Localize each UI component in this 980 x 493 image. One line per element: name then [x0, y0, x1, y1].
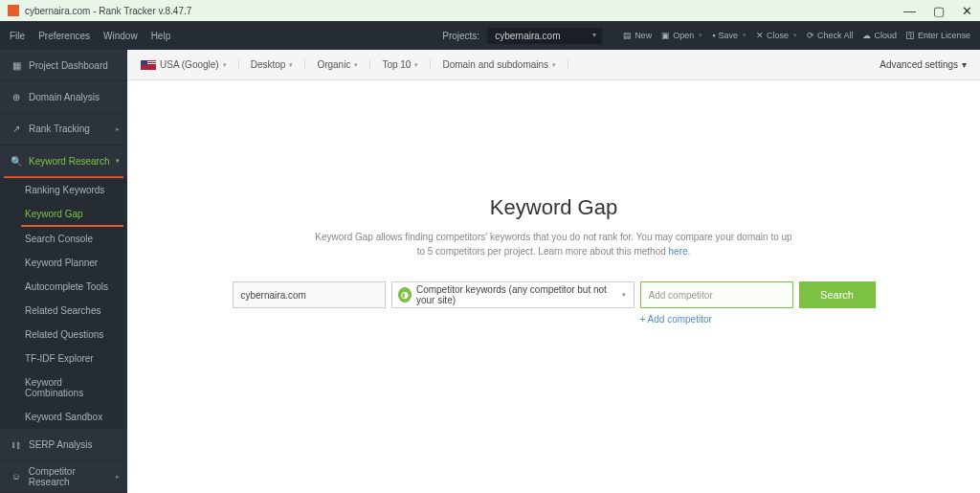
your-site-input[interactable]: cybernaira.com — [233, 281, 386, 308]
chevron-down-icon: ▾ — [289, 61, 293, 69]
chevron-down-icon: ▾ — [354, 61, 358, 69]
menu-preferences[interactable]: Preferences — [38, 31, 90, 41]
sidebar-keyword-research[interactable]: 🔍 Keyword Research ▾ — [0, 146, 127, 177]
filter-bar: USA (Google) ▾ Desktop ▾ Organic ▾ Top 1… — [127, 50, 980, 80]
chevron-down-icon: ▾ — [116, 157, 120, 165]
learn-more-link[interactable]: here — [669, 246, 688, 257]
sub-keyword-planner[interactable]: Keyword Planner — [0, 251, 127, 275]
content-area: USA (Google) ▾ Desktop ▾ Organic ▾ Top 1… — [127, 50, 980, 493]
tracking-icon: ↗ — [10, 123, 23, 134]
filter-scope[interactable]: Domain and subdomains ▾ — [442, 59, 568, 70]
toolbar-check-all[interactable]: ⟳Check All — [807, 31, 854, 40]
toolbar-new[interactable]: ▤New — [623, 31, 652, 40]
search-icon: 🔍 — [10, 156, 23, 167]
toolbar-enter-license[interactable]: ⚿Enter License — [906, 31, 970, 40]
globe-icon: ⊕ — [10, 92, 23, 102]
app-icon — [8, 5, 19, 16]
filter-topn[interactable]: Top 10 ▾ — [382, 59, 431, 70]
sub-keyword-sandbox[interactable]: Keyword Sandbox — [0, 405, 127, 429]
toolbar-close[interactable]: ✕Close▾ — [756, 31, 797, 40]
refresh-icon: ⟳ — [807, 31, 814, 40]
chevron-right-icon: ▸ — [116, 473, 120, 481]
sidebar-serp-analysis[interactable]: ⫾⫿ SERP Analysis — [0, 429, 127, 460]
menu-help[interactable]: Help — [151, 31, 171, 41]
cloud-icon: ☁ — [862, 31, 871, 40]
competitor-field[interactable] — [649, 290, 785, 301]
chevron-down-icon: ▾ — [414, 61, 418, 69]
sub-related-questions[interactable]: Related Questions — [0, 323, 127, 347]
chevron-right-icon: ▸ — [116, 125, 120, 133]
maximize-button[interactable]: ▢ — [933, 4, 945, 18]
person-icon: ☺ — [10, 471, 23, 482]
search-button[interactable]: Search — [799, 281, 876, 308]
close-icon: ✕ — [756, 31, 764, 40]
save-icon: ▪ — [712, 31, 715, 40]
menubar: File Preferences Window Help Projects: c… — [0, 21, 980, 50]
keyword-research-submenu: Ranking Keywords Keyword Gap Search Cons… — [0, 178, 127, 429]
sub-ranking-keywords[interactable]: Ranking Keywords — [0, 178, 127, 202]
minimize-button[interactable]: — — [903, 4, 916, 18]
sidebar: ▦ Project Dashboard ⊕ Domain Analysis ↗ … — [0, 50, 127, 493]
filter-traffic[interactable]: Organic ▾ — [317, 59, 370, 70]
new-icon: ▤ — [623, 31, 632, 40]
dashboard-icon: ▦ — [10, 60, 23, 71]
filter-device[interactable]: Desktop ▾ — [251, 59, 306, 70]
chart-icon: ⫾⫿ — [10, 439, 23, 450]
open-icon: ▣ — [661, 31, 670, 40]
menu-file[interactable]: File — [10, 31, 25, 41]
usa-flag-icon — [141, 60, 156, 70]
keyword-gap-form: cybernaira.com ◑ Competitor keywords (an… — [233, 281, 876, 325]
projects-label: Projects: — [442, 31, 479, 41]
chevron-down-icon: ▾ — [552, 61, 556, 69]
venn-icon: ◑ — [398, 287, 412, 303]
key-icon: ⚿ — [906, 31, 915, 40]
sidebar-domain-analysis[interactable]: ⊕ Domain Analysis — [0, 81, 127, 113]
sub-search-console[interactable]: Search Console — [0, 227, 127, 251]
sub-tfidf-explorer[interactable]: TF-IDF Explorer — [0, 347, 127, 370]
menu-window[interactable]: Window — [103, 31, 138, 41]
project-selector[interactable]: cybernaira.com — [487, 28, 602, 44]
sub-keyword-combinations[interactable]: Keyword Combinations — [0, 370, 127, 405]
toolbar-open[interactable]: ▣Open▾ — [661, 31, 702, 40]
gap-method-select[interactable]: ◑ Competitor keywords (any competitor bu… — [391, 281, 635, 308]
chevron-down-icon: ▾ — [622, 291, 626, 299]
chevron-down-icon: ▾ — [223, 61, 227, 69]
page-description: Keyword Gap allows finding competitors' … — [315, 230, 793, 258]
toolbar-cloud[interactable]: ☁Cloud — [862, 31, 897, 40]
page-title: Keyword Gap — [490, 195, 617, 220]
advanced-settings[interactable]: Advanced settings ▾ — [880, 59, 967, 70]
window-titlebar: cybernaira.com - Rank Tracker v.8.47.7 —… — [0, 0, 980, 21]
close-window-button[interactable]: ✕ — [962, 4, 972, 18]
sub-autocomplete-tools[interactable]: Autocomplete Tools — [0, 275, 127, 299]
sidebar-competitor-research[interactable]: ☺ Competitor Research ▸ — [0, 461, 127, 493]
sidebar-rank-tracking[interactable]: ↗ Rank Tracking ▸ — [0, 114, 127, 146]
chevron-down-icon: ▾ — [962, 59, 967, 70]
add-competitor-link[interactable]: + Add competitor — [640, 314, 793, 325]
filter-country[interactable]: USA (Google) ▾ — [141, 59, 239, 70]
sub-related-searches[interactable]: Related Searches — [0, 299, 127, 323]
competitor-input[interactable] — [640, 281, 793, 308]
sub-keyword-gap[interactable]: Keyword Gap — [0, 202, 127, 226]
window-title: cybernaira.com - Rank Tracker v.8.47.7 — [25, 6, 191, 16]
project-selected: cybernaira.com — [495, 31, 560, 41]
sidebar-project-dashboard[interactable]: ▦ Project Dashboard — [0, 50, 127, 81]
toolbar-save[interactable]: ▪Save▾ — [712, 31, 746, 40]
